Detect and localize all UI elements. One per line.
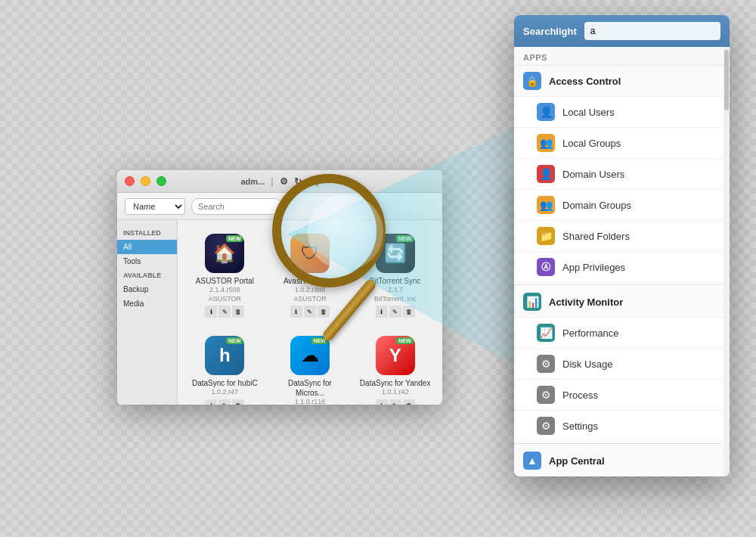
- searchlight-panel: Searchlight Apps 🔒 Access Control 👤 Loca…: [514, 15, 730, 476]
- sidebar-item-all[interactable]: All: [117, 240, 177, 254]
- label-domain-groups: Domain Groups: [562, 200, 631, 211]
- searchlight-title: Searchlight: [523, 26, 577, 37]
- app-badge-hubic: NEW: [226, 337, 243, 344]
- menu-item-process[interactable]: ⚙ Process: [514, 380, 723, 411]
- menu-item-domain-groups[interactable]: 👥 Domain Groups: [514, 190, 723, 221]
- search-icon-titlebar[interactable]: 🔍: [308, 176, 319, 187]
- app-name-bittorrent: BitTorrent Sync: [370, 276, 421, 286]
- scrollbar-thumb[interactable]: [724, 50, 729, 110]
- scrollbar-track[interactable]: [723, 47, 730, 476]
- icon-domain-groups: 👥: [537, 196, 555, 214]
- app-name-hubic: DataSync for hubiC: [192, 378, 258, 388]
- divider-2: [514, 443, 723, 444]
- app-search-input[interactable]: [191, 198, 282, 215]
- icon-app-central: ▲: [523, 452, 541, 470]
- app-item-datasync-hubic[interactable]: h NEW DataSync for hubiC 1.0.2.r47 ℹ ✎ 🗑: [185, 330, 265, 405]
- bt-del-btn[interactable]: 🗑: [403, 306, 415, 318]
- app-badge-microsoft: NEW: [311, 337, 328, 344]
- yandex-del-btn[interactable]: 🗑: [403, 399, 415, 405]
- icon-process: ⚙: [537, 386, 555, 404]
- app-badge-bittorrent: NEW: [396, 235, 413, 242]
- menu-item-settings[interactable]: ⚙ Settings: [514, 411, 723, 442]
- menu-item-activity-monitor[interactable]: 📊 Activity Monitor: [514, 287, 723, 318]
- menu-item-disk-usage[interactable]: ⚙ Disk Usage: [514, 349, 723, 380]
- menu-item-shared-folders[interactable]: 📁 Shared Folders: [514, 221, 723, 252]
- app-edit-btn[interactable]: ✎: [218, 306, 231, 318]
- app-item-asustor-portal[interactable]: 🏠 NEW ASUSTOR Portal 2.1.4.r508 ASUSTOR …: [185, 228, 265, 324]
- admin-label: adm...: [240, 177, 265, 186]
- close-button[interactable]: [125, 176, 135, 186]
- label-app-central: App Central: [549, 455, 605, 467]
- bt-edit-btn[interactable]: ✎: [389, 306, 401, 318]
- icon-disk-usage: ⚙: [537, 355, 555, 373]
- app-actions-hubic: ℹ ✎ 🗑: [205, 399, 244, 405]
- menu-item-domain-users[interactable]: 👤 Domain Users: [514, 159, 723, 190]
- app-icon-bittorrent: 🔄 NEW: [376, 234, 415, 273]
- divider-1: [514, 284, 723, 285]
- icon-performance: 📈: [537, 324, 555, 342]
- yandex-edit-btn[interactable]: ✎: [389, 399, 401, 405]
- app-info-btn[interactable]: ℹ: [205, 306, 217, 318]
- label-local-users: Local Users: [562, 107, 615, 118]
- icon-activity-monitor: 📊: [523, 293, 541, 311]
- app-version-microsoft: 1.1.0.r116: [295, 398, 326, 405]
- label-app-privileges: App Privileges: [562, 262, 625, 273]
- icon-app-privileges: Ⓐ: [537, 258, 555, 276]
- avast-edit-btn[interactable]: ✎: [304, 306, 316, 318]
- menu-item-performance[interactable]: 📈 Performance: [514, 318, 723, 349]
- sidebar-item-tools[interactable]: Tools: [117, 254, 177, 268]
- menu-item-local-users[interactable]: 👤 Local Users: [514, 97, 723, 128]
- app-actions-bittorrent: ℹ ✎ 🗑: [376, 306, 415, 318]
- hubic-info-btn[interactable]: ℹ: [205, 399, 217, 405]
- menu-item-local-groups[interactable]: 👥 Local Groups: [514, 128, 723, 159]
- app-name-avast: Avast Anti-Virus: [284, 276, 336, 286]
- window-sidebar: Installed All Tools Available Backup Med…: [117, 220, 178, 405]
- hubic-edit-btn[interactable]: ✎: [218, 399, 231, 405]
- sidebar-item-backup[interactable]: Backup: [117, 282, 177, 296]
- minimize-button[interactable]: [141, 176, 150, 186]
- icon-shared-folders: 📁: [537, 227, 555, 245]
- app-version-avast: 1.0.2.r388: [295, 286, 326, 295]
- sidebar-section-available: Available: [117, 268, 177, 282]
- label-disk-usage: Disk Usage: [562, 359, 612, 370]
- window-titlebar: adm... | ⚙ ↻ 🔍: [117, 170, 442, 193]
- app-item-datasync-yandex[interactable]: Y NEW DataSync for Yandex 1.0.1.r42 ℹ ✎ …: [355, 330, 435, 405]
- icon-access-control: 🔒: [523, 72, 541, 90]
- app-del-btn[interactable]: 🗑: [232, 306, 244, 318]
- avast-del-btn[interactable]: 🗑: [318, 306, 330, 318]
- label-local-groups: Local Groups: [562, 138, 621, 149]
- avast-info-btn[interactable]: ℹ: [290, 306, 302, 318]
- app-item-avast[interactable]: 🛡 Avast Anti-Virus 1.0.2.r388 ASUSTOR ℹ …: [271, 228, 350, 324]
- maximize-button[interactable]: [156, 176, 166, 186]
- label-domain-users: Domain Users: [562, 169, 624, 180]
- app-name-microsoft: DataSync for Micros...: [274, 378, 347, 398]
- hubic-del-btn[interactable]: 🗑: [232, 399, 244, 405]
- yandex-info-btn[interactable]: ℹ: [376, 399, 388, 405]
- sidebar-item-media[interactable]: Media: [117, 296, 177, 311]
- app-grid: 🏠 NEW ASUSTOR Portal 2.1.4.r508 ASUSTOR …: [178, 220, 442, 405]
- app-icon-avast: 🛡: [290, 234, 330, 273]
- app-item-bittorrent[interactable]: 🔄 NEW BitTorrent Sync 2.3.7 BitTorrent, …: [355, 228, 435, 324]
- menu-item-app-central[interactable]: ▲ App Central: [514, 445, 723, 476]
- app-badge-asustor: NEW: [226, 235, 243, 242]
- app-item-datasync-microsoft[interactable]: ☁ NEW DataSync for Micros... 1.1.0.r116 …: [271, 330, 350, 405]
- refresh-icon: ↻: [294, 176, 302, 187]
- gear-icon: ⚙: [280, 176, 288, 187]
- window-title: adm... | ⚙ ↻ 🔍: [240, 176, 318, 187]
- menu-item-app-privileges[interactable]: Ⓐ App Privileges: [514, 252, 723, 283]
- app-icon-hubic: h NEW: [205, 336, 244, 375]
- app-icon-microsoft: ☁ NEW: [290, 336, 330, 375]
- app-manager-window: adm... | ⚙ ↻ 🔍 Name Date Size Installed …: [117, 170, 442, 405]
- sidebar-section-installed: Installed: [117, 226, 177, 240]
- sort-select[interactable]: Name Date Size: [125, 198, 185, 215]
- menu-item-access-control[interactable]: 🔒 Access Control: [514, 66, 723, 97]
- label-access-control: Access Control: [549, 76, 621, 87]
- searchlight-input[interactable]: [584, 22, 720, 40]
- label-performance: Performance: [562, 327, 618, 339]
- window-toolbar: Name Date Size: [117, 193, 442, 220]
- app-actions-yandex: ℹ ✎ 🗑: [376, 399, 415, 405]
- label-activity-monitor: Activity Monitor: [549, 296, 623, 308]
- bt-info-btn[interactable]: ℹ: [376, 306, 388, 318]
- app-version-asustor-portal: 2.1.4.r508: [209, 286, 240, 295]
- label-settings: Settings: [562, 421, 598, 432]
